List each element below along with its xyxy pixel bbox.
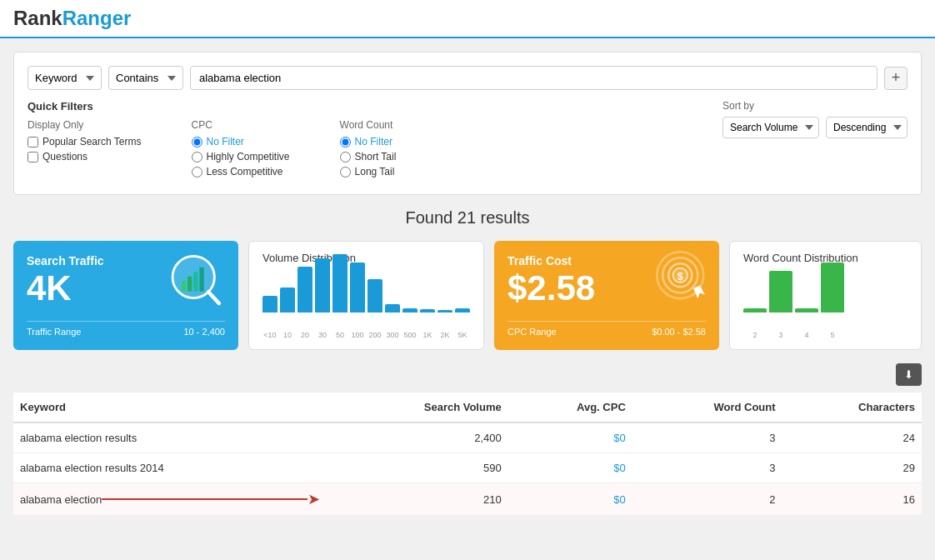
cpc-range-value: $0.00 - $2.58 [652, 327, 706, 337]
sort-selects: Search Volume Avg. CPC Word Count Charac… [722, 117, 908, 138]
table-header: Keyword Search Volume Avg. CPC Word Coun… [13, 392, 922, 422]
vol-bar [350, 262, 365, 312]
wcd-bar [821, 262, 844, 312]
word-count-distribution-card: Word Count Distribution 2345 [729, 241, 922, 350]
cpc-highly-competitive-radio[interactable] [192, 152, 202, 162]
vol-bar [402, 308, 418, 312]
vol-bar-label: 2K [438, 331, 452, 339]
vol-bar-label: 10 [280, 331, 295, 339]
wc-short-tail-radio[interactable] [340, 152, 351, 162]
cpc-section: CPC No Filter Highly Competitive Less Co… [192, 119, 290, 181]
traffic-range-label: Traffic Range [27, 327, 81, 337]
wcd-bar-label: 2 [743, 331, 767, 339]
questions-checkbox[interactable] [28, 152, 38, 162]
vol-bar [298, 267, 312, 312]
svg-marker-11 [693, 286, 705, 299]
cell-volume: 2,400 [327, 422, 508, 453]
quick-filters-title: Quick Filters [28, 100, 722, 112]
vol-bars [262, 271, 470, 329]
cell-cpc: $0 [508, 422, 632, 453]
vol-labels: <10102030501002003005001K2K5K [262, 331, 470, 339]
volume-distribution-card: Volume Distribution <1010203050100200300… [248, 241, 484, 350]
wc-no-filter-radio[interactable] [340, 137, 351, 148]
cell-volume: 210 [327, 483, 508, 516]
vol-bar-label: 20 [298, 331, 312, 339]
svg-rect-4 [199, 268, 203, 292]
cpc-link[interactable]: $0 [613, 432, 625, 444]
keyword-select[interactable]: Keyword [28, 66, 102, 90]
popular-search-terms-option[interactable]: Popular Search Terms [28, 136, 142, 148]
questions-option[interactable]: Questions [28, 151, 142, 162]
cost-card-footer: CPC Range $0.00 - $2.58 [508, 321, 706, 337]
wc-long-tail-option[interactable]: Long Tail [340, 166, 397, 178]
word-count-section: Word Count No Filter Short Tail Long Tai… [340, 119, 397, 181]
vol-bar-label: 1K [420, 331, 435, 339]
vol-bar-label: 500 [402, 331, 418, 339]
cell-word-count: 2 [632, 483, 782, 516]
vol-bar-label: 50 [332, 331, 348, 339]
wcd-bar-label: 4 [795, 331, 818, 339]
vol-bar [420, 309, 435, 312]
arrow-line [102, 498, 308, 500]
cpc-link[interactable]: $0 [613, 493, 625, 506]
wc-no-filter-option[interactable]: No Filter [340, 136, 397, 148]
cell-volume: 590 [327, 453, 508, 483]
table-row: alabama election results2,400$0324 [13, 422, 922, 453]
sort-order-select[interactable]: Descending Ascending [826, 117, 908, 138]
display-only-section: Display Only Popular Search Terms Questi… [28, 119, 142, 181]
wc-short-tail-option[interactable]: Short Tail [340, 151, 397, 162]
vol-bar-label: 30 [315, 331, 330, 339]
cpc-title: CPC [192, 119, 290, 131]
wcd-bar-chart: 2345 [743, 271, 908, 339]
table-body: alabama election results2,400$0324alabam… [13, 422, 922, 516]
cpc-less-competitive-radio[interactable] [192, 167, 202, 178]
results-table: Keyword Search Volume Avg. CPC Word Coun… [13, 392, 922, 516]
cpc-less-competitive-option[interactable]: Less Competitive [192, 166, 290, 178]
vol-bar [332, 254, 348, 312]
cpc-no-filter-option[interactable]: No Filter [192, 136, 290, 148]
volume-bar-chart: <10102030501002003005001K2K5K [262, 271, 470, 339]
cpc-no-filter-radio[interactable] [192, 137, 202, 148]
svg-rect-2 [188, 277, 192, 292]
svg-rect-3 [193, 272, 198, 291]
stats-row: Search Traffic 4K Traffic Range [13, 241, 922, 350]
vol-bar-label: 300 [385, 331, 400, 339]
traffic-icon [165, 251, 225, 313]
volume-distribution-title: Volume Distribution [262, 252, 470, 264]
traffic-card: Search Traffic 4K Traffic Range [13, 241, 238, 350]
search-input[interactable]: alabama election [190, 66, 878, 90]
vol-bar [368, 279, 382, 312]
main-content: Keyword Contains alabama election + Quic… [0, 38, 935, 529]
vol-bar-label: <10 [262, 331, 278, 339]
cell-word-count: 3 [632, 422, 782, 453]
cpc-link[interactable]: $0 [613, 462, 625, 474]
traffic-card-footer: Traffic Range 10 - 2,400 [27, 321, 225, 337]
cell-characters: 16 [782, 483, 922, 516]
vol-bar [438, 310, 452, 312]
vol-bar-label: 5K [455, 331, 470, 339]
cpc-highly-competitive-option[interactable]: Highly Competitive [192, 151, 290, 162]
arrow-row: alabama election➤ [20, 492, 320, 507]
col-characters: Characters [782, 392, 922, 422]
header: RankRanger [0, 0, 935, 38]
sort-by-select[interactable]: Search Volume Avg. CPC Word Count Charac… [722, 117, 819, 138]
popular-search-terms-checkbox[interactable] [28, 137, 38, 148]
wc-long-tail-radio[interactable] [340, 167, 351, 178]
arrow-head-icon: ➤ [308, 492, 320, 507]
sort-by-label: Sort by [722, 100, 908, 112]
contains-select[interactable]: Contains [108, 66, 183, 90]
table-row: alabama election➤210$0216 [13, 483, 922, 516]
vol-bar [262, 296, 278, 312]
vol-bar [280, 288, 295, 312]
wcd-bar-label: 3 [769, 331, 792, 339]
filter-box: Keyword Contains alabama election + Quic… [13, 52, 922, 195]
cell-characters: 24 [782, 422, 922, 453]
word-count-title: Word Count [340, 119, 397, 131]
vol-bar-label: 200 [368, 331, 382, 339]
add-filter-button[interactable]: + [884, 67, 908, 90]
svg-rect-1 [182, 281, 186, 292]
download-button[interactable]: ⬇ [896, 363, 922, 386]
col-avg-cpc: Avg. CPC [508, 392, 632, 422]
cell-keyword: alabama election results [13, 422, 327, 453]
logo: RankRanger [13, 7, 922, 30]
